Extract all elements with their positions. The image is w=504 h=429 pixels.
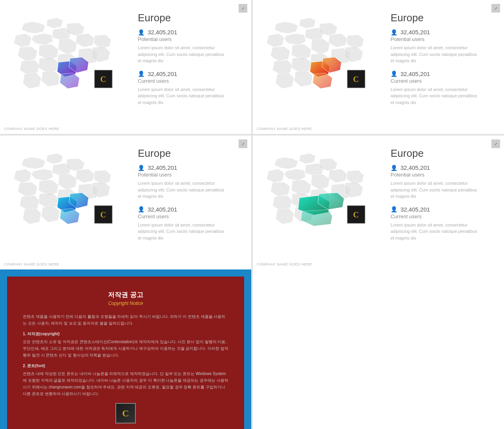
potential-count-1: 32,405,201	[148, 29, 177, 35]
user-icon-2: 👤	[391, 29, 397, 35]
copyright-subtitle: Copyright Notice	[23, 301, 228, 306]
potential-stat-row-4: 👤 32,405,201	[391, 164, 496, 171]
potential-desc-4: Lorem ipsum dolor sit amet, consectetur …	[391, 180, 477, 200]
expand-button-4[interactable]: ⤢	[491, 139, 500, 148]
copyright-title: 저작권 공고	[23, 290, 228, 299]
user-icon-current-2: 👤	[391, 71, 397, 77]
potential-stat-row-2: 👤 32,405,201	[391, 29, 496, 35]
expand-button-2[interactable]: ⤢	[491, 4, 500, 13]
current-label-3: Current users	[138, 214, 243, 219]
card-1: ⤢	[0, 0, 251, 134]
main-grid: ⤢	[0, 0, 504, 269]
company-name-4: COMPANY NAME GOES HERE	[257, 262, 312, 266]
svg-text:C: C	[100, 75, 106, 84]
current-stat-row-1: 👤 32,405,201	[138, 71, 243, 77]
potential-stat-row-1: 👤 32,405,201	[138, 29, 243, 35]
current-count-1: 32,405,201	[148, 71, 177, 77]
company-name-3: COMPANY NAME GOES HERE	[4, 262, 59, 266]
map-area-1: C	[8, 8, 126, 126]
potential-desc-1: Lorem ipsum dolor sit amet, consectetur …	[138, 45, 224, 64]
region-title-3: Europe	[138, 147, 243, 160]
logo-box: C	[115, 403, 136, 423]
svg-text:C: C	[353, 210, 359, 219]
potential-label-2: Potential users	[391, 36, 496, 42]
current-stat-row-2: 👤 32,405,201	[391, 71, 496, 77]
copyright-body-intro: 컨텐츠 제품을 사용하기 전에 다음의 활용과 조항들을 자세히 읽어 주시기 …	[23, 313, 228, 327]
copyright-section2-title: 2. 폰트(font)	[23, 363, 228, 369]
europe-map-3: C	[8, 143, 126, 262]
expand-button-3[interactable]: ⤢	[239, 139, 247, 148]
potential-count-4: 32,405,201	[400, 164, 430, 171]
current-label-1: Current users	[138, 78, 243, 84]
user-icon-3: 👤	[138, 165, 145, 171]
copyright-logo: C	[23, 403, 228, 423]
potential-label-4: Potential users	[391, 172, 496, 178]
map-area-2: C	[261, 8, 379, 126]
map-area-3: C	[8, 143, 126, 262]
current-count-3: 32,405,201	[148, 206, 177, 213]
copyright-section1-body: 모든 컨텐츠의 소유 및 저작권은 콘텐츠스테이션(Contenstation)…	[23, 338, 228, 358]
info-area-1: Europe 👤 32,405,201 Potential users Lore…	[126, 8, 243, 126]
copyright-section2-body: 컨텐츠 내에 작성된 모든 폰트는 네이버 나눔폰을 자체적으로 제작하였습니다…	[23, 370, 228, 397]
card-2: ⤢	[253, 0, 504, 134]
user-icon-current-3: 👤	[138, 206, 145, 212]
company-name-1: COMPANY NAME GOES HERE	[4, 127, 59, 131]
company-name-2: COMPANY NAME GOES HERE	[257, 127, 312, 131]
current-desc-4: Lorem ipsum dolor sit amet, consectetur …	[391, 222, 477, 241]
card-3: ⤢	[0, 136, 251, 269]
copyright-section1-title: 1. 저작권(copyright)	[23, 331, 228, 337]
copyright-inner: 저작권 공고 Copyright Notice 컨텐츠 제품을 사용하기 전에 …	[7, 277, 244, 429]
current-label-4: Current users	[391, 214, 496, 219]
region-title-4: Europe	[391, 147, 496, 160]
user-icon-1: 👤	[138, 29, 145, 35]
user-icon-current-1: 👤	[138, 71, 145, 77]
potential-stat-row-3: 👤 32,405,201	[138, 164, 243, 171]
potential-label-1: Potential users	[138, 36, 243, 42]
info-area-3: Europe 👤 32,405,201 Potential users Lore…	[126, 143, 243, 262]
potential-count-3: 32,405,201	[148, 164, 177, 171]
potential-desc-2: Lorem ipsum dolor sit amet, consectetur …	[391, 45, 477, 64]
expand-button-1[interactable]: ⤢	[239, 4, 247, 13]
current-desc-3: Lorem ipsum dolor sit amet, consectetur …	[138, 222, 224, 241]
potential-desc-3: Lorem ipsum dolor sit amet, consectetur …	[138, 180, 224, 200]
svg-text:C: C	[100, 210, 106, 219]
current-desc-1: Lorem ipsum dolor sit amet, consectetur …	[138, 86, 224, 106]
current-count-4: 32,405,201	[400, 206, 430, 213]
current-label-2: Current users	[391, 78, 496, 84]
region-title-2: Europe	[391, 12, 496, 24]
info-area-2: Europe 👤 32,405,201 Potential users Lore…	[379, 8, 496, 126]
europe-map-2: C	[261, 8, 379, 126]
current-desc-2: Lorem ipsum dolor sit amet, consectetur …	[391, 86, 477, 106]
current-count-2: 32,405,201	[400, 71, 430, 77]
potential-count-2: 32,405,201	[400, 29, 430, 35]
region-title-1: Europe	[138, 12, 243, 24]
user-icon-current-4: 👤	[391, 206, 397, 212]
user-icon-4: 👤	[391, 165, 397, 171]
current-stat-row-4: 👤 32,405,201	[391, 206, 496, 213]
potential-label-3: Potential users	[138, 172, 243, 178]
europe-map-4: C	[261, 143, 379, 262]
info-area-4: Europe 👤 32,405,201 Potential users Lore…	[379, 143, 496, 262]
card-4: ⤢	[253, 136, 504, 269]
map-area-4: C	[261, 143, 379, 262]
europe-map-1: C	[8, 8, 126, 126]
current-stat-row-3: 👤 32,405,201	[138, 206, 243, 213]
svg-text:C: C	[353, 75, 359, 84]
empty-bottom-right	[253, 269, 504, 429]
copyright-section: 저작권 공고 Copyright Notice 컨텐츠 제품을 사용하기 전에 …	[0, 269, 251, 429]
